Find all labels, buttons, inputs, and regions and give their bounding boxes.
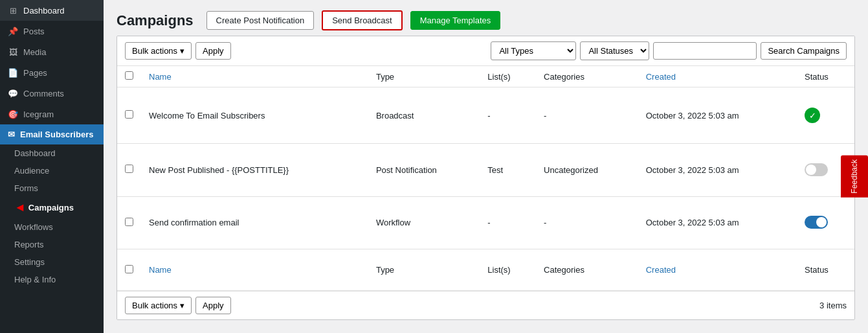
campaign-name-2: New Post Published - {{POSTTITLE}} [141, 144, 368, 196]
all-statuses-select[interactable]: All Statuses Active Inactive [580, 41, 649, 60]
feedback-wrapper: Feedback [841, 155, 868, 198]
search-input[interactable] [653, 42, 757, 60]
table-row: Welcome To Email Subscribers Broadcast -… [117, 87, 854, 144]
bottom-apply-button[interactable]: Apply [195, 297, 231, 314]
bottom-toolbar-left: Bulk actions ▾ Apply [125, 297, 231, 314]
campaign-status-3 [797, 196, 854, 249]
email-subscribers-header[interactable]: ✉ Email Subscribers [0, 124, 104, 144]
row-checkbox-3[interactable] [125, 218, 133, 226]
status-check-icon: ✓ [805, 108, 820, 123]
dashboard-icon: ⊞ [8, 5, 18, 16]
media-icon: 🖼 [8, 47, 18, 57]
table-row: Send confirmation email Workflow - - Oct… [117, 196, 854, 249]
select-all-checkbox[interactable] [125, 71, 133, 80]
sidebar-submenu-help[interactable]: Help & Info [0, 271, 104, 288]
sidebar-item-posts[interactable]: 📌 Posts [0, 21, 104, 41]
page-title: Campaigns [117, 12, 194, 29]
categories-footer-header: Categories [536, 249, 638, 291]
items-count: 3 items [819, 301, 847, 310]
campaign-name-1: Welcome To Email Subscribers [141, 87, 368, 144]
select-all-footer-checkbox[interactable] [125, 265, 133, 273]
lists-header: List(s) [480, 66, 536, 87]
campaign-lists-1: - [480, 87, 536, 144]
sidebar: ⊞ Dashboard 📌 Posts 🖼 Media 📄 Pages 💬 Co… [0, 0, 104, 333]
name-footer-header[interactable]: Name [141, 249, 368, 291]
sidebar-submenu-audience[interactable]: Audience [0, 162, 104, 179]
status-header: Status [797, 66, 854, 87]
sidebar-item-comments[interactable]: 💬 Comments [0, 83, 104, 104]
main-content: Campaigns Create Post Notification Send … [104, 0, 868, 333]
email-subscribers-submenu: Dashboard Audience Forms ◄ Campaigns Wor… [0, 144, 104, 288]
campaign-name-3: Send confirmation email [141, 196, 368, 249]
create-post-notification-button[interactable]: Create Post Notification [206, 11, 315, 30]
toggle-knob [816, 217, 827, 227]
content-area: Bulk actions ▾ Apply All Types Broadcast… [117, 36, 855, 320]
lists-footer-header: List(s) [480, 249, 536, 291]
comments-icon: 💬 [8, 88, 18, 98]
table-footer-header-row: Name Type List(s) Categories Created [117, 249, 854, 291]
campaign-created-2: October 3, 2022 5:03 am [638, 144, 797, 196]
campaign-status-1: ✓ [797, 87, 854, 144]
sidebar-submenu-campaigns[interactable]: ◄ Campaigns [0, 197, 104, 218]
status-footer-header: Status [797, 249, 854, 291]
campaign-type-1: Broadcast [368, 87, 480, 144]
apply-button-top[interactable]: Apply [195, 42, 231, 60]
toggle-knob [806, 165, 816, 175]
bottom-toolbar: Bulk actions ▾ Apply 3 items [117, 291, 854, 319]
campaign-categories-2: Uncategorized [536, 144, 638, 196]
top-toolbar: Bulk actions ▾ Apply All Types Broadcast… [117, 36, 854, 66]
all-types-select[interactable]: All Types Broadcast Post Notification Wo… [491, 41, 576, 60]
sidebar-item-media[interactable]: 🖼 Media [0, 41, 104, 62]
toolbar-left: Bulk actions ▾ Apply [125, 42, 231, 60]
campaign-categories-3: - [536, 196, 638, 249]
sidebar-item-pages[interactable]: 📄 Pages [0, 62, 104, 83]
icegram-icon: 🎯 [8, 109, 18, 119]
categories-header: Categories [536, 66, 638, 87]
sidebar-submenu-reports[interactable]: Reports [0, 236, 104, 253]
manage-templates-button[interactable]: Manage Templates [410, 11, 501, 30]
campaign-type-2: Post Notification [368, 144, 480, 196]
posts-icon: 📌 [8, 26, 18, 36]
feedback-button[interactable]: Feedback [841, 155, 868, 198]
select-all-header [117, 66, 141, 87]
campaign-created-1: October 3, 2022 5:03 am [638, 87, 797, 144]
toggle-on-3[interactable] [805, 216, 828, 229]
bottom-bulk-actions-button[interactable]: Bulk actions ▾ [125, 297, 192, 314]
created-footer-header[interactable]: Created [638, 249, 797, 291]
sidebar-submenu-settings[interactable]: Settings [0, 253, 104, 271]
toolbar-right: All Types Broadcast Post Notification Wo… [491, 41, 847, 60]
sidebar-item-icegram[interactable]: 🎯 Icegram [0, 104, 104, 124]
toggle-off-2[interactable] [805, 163, 828, 176]
bulk-actions-button[interactable]: Bulk actions ▾ [125, 42, 192, 60]
sidebar-submenu-workflows[interactable]: Workflows [0, 218, 104, 236]
campaign-categories-1: - [536, 87, 638, 144]
campaign-type-3: Workflow [368, 196, 480, 249]
sidebar-item-dashboard[interactable]: ⊞ Dashboard [0, 0, 104, 21]
pages-icon: 📄 [8, 67, 18, 78]
page-header: Campaigns Create Post Notification Send … [104, 0, 868, 36]
campaigns-table: Name Type List(s) Categories Created [117, 66, 854, 291]
red-arrow-icon: ◄ [14, 201, 26, 214]
chevron-down-icon-bottom: ▾ [180, 301, 184, 310]
campaign-created-3: October 3, 2022 5:03 am [638, 196, 797, 249]
type-footer-header: Type [368, 249, 480, 291]
row-checkbox-2[interactable] [125, 165, 133, 173]
sidebar-submenu-dashboard[interactable]: Dashboard [0, 144, 104, 162]
row-checkbox-1[interactable] [125, 110, 133, 119]
created-header[interactable]: Created [638, 66, 797, 87]
email-icon: ✉ [8, 130, 15, 139]
table-row: New Post Published - {{POSTTITLE}} Post … [117, 144, 854, 196]
name-header[interactable]: Name [141, 66, 368, 87]
search-campaigns-button[interactable]: Search Campaigns [761, 42, 847, 60]
type-header: Type [368, 66, 480, 87]
chevron-down-icon: ▾ [180, 46, 184, 56]
sidebar-submenu-forms[interactable]: Forms [0, 179, 104, 197]
send-broadcast-button[interactable]: Send Broadcast [322, 10, 403, 30]
campaign-lists-3: - [480, 196, 536, 249]
campaign-lists-2: Test [480, 144, 536, 196]
